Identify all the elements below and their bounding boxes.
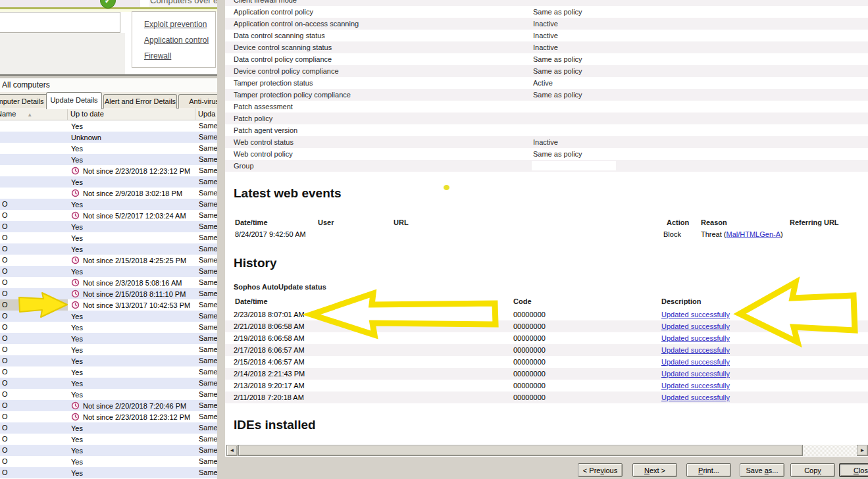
update-result-link[interactable]: Updated successfully [661,382,730,390]
horizontal-scrollbar[interactable]: ◄ ► [226,445,868,456]
dialog-button[interactable]: Next > [632,463,677,477]
details-tab[interactable]: Anti-virus Details [178,94,217,109]
history-row: 2/15/2018 4:06:57 AM 00000000 Updated su… [225,356,868,368]
details-tab[interactable]: Alert and Error Details [103,94,177,109]
cell-updating: Same [195,255,217,266]
up-to-date-value: Yes [71,313,83,320]
table-row[interactable]: Unknown Same [0,132,217,143]
dialog-button[interactable]: Copy [790,463,835,477]
update-result-link[interactable]: Updated successfully [661,393,730,401]
update-result-link[interactable]: Updated successfully [661,370,730,378]
out-of-date-clock-icon [71,301,80,309]
update-result-link[interactable]: Updated successfully [661,334,730,342]
history-code: 00000000 [513,344,546,356]
table-row[interactable]: O Not since 3/13/2017 10:42:53 PM Same [0,299,217,311]
update-result-link[interactable]: Updated successfully [661,358,730,366]
column-header-updating[interactable]: Upda [195,109,217,120]
dialog-button[interactable]: Save as... [740,463,784,477]
table-row[interactable]: O Yes Same [0,422,217,434]
updating-value: Same [199,144,217,152]
update-result-link[interactable]: Updated successfully [661,322,730,330]
table-row[interactable]: O Yes Same [0,266,217,277]
update-result-link[interactable]: Updated successfully [661,346,730,354]
table-row[interactable]: O Yes Same [0,389,217,400]
threat-link[interactable]: Mal/HTMLGen-A [727,230,781,238]
details-tab[interactable]: Computer Details [0,94,49,109]
table-row[interactable]: O Yes Same [0,344,217,355]
table-row[interactable]: O Not since 2/3/2018 5:08:16 AM Same [0,277,217,288]
up-to-date-value: Not since 2/23/2018 12:23:12 PM [83,413,190,421]
table-row[interactable]: O Yes Same [0,243,217,255]
table-row[interactable]: Not since 2/23/2018 12:23:12 PM Same [0,165,217,176]
dashboard-link[interactable]: Firewall [144,51,215,67]
property-label: Client firewall mode [234,0,297,6]
cell-updating: Same [195,232,217,243]
history-row: 2/14/2018 2:21:43 PM 00000000 Updated su… [225,368,868,380]
table-row[interactable]: O Not since 2/15/2018 8:11:10 PM Same [0,288,217,299]
up-to-date-value: Unknown [71,134,101,141]
computer-name: O [2,390,8,398]
table-row[interactable]: Not since 2/9/2018 3:02:18 PM Same [0,188,217,199]
table-row[interactable]: O Not since 2/23/2018 12:23:12 PM Same [0,411,217,422]
dashboard-link[interactable]: Application control [144,36,215,51]
table-row[interactable]: O Yes Same [0,366,217,378]
cell-updating: Same [195,411,217,422]
scroll-right-button[interactable]: ► [857,445,868,456]
dashboard-link[interactable]: Exploit prevention [144,20,215,36]
table-row[interactable]: O Yes Same [0,434,217,445]
history-datetime: 2/21/2018 8:06:58 AM [234,320,305,332]
history-datetime: 2/17/2018 6:06:57 AM [234,344,305,356]
tab-label: Update Details [50,96,97,104]
button-mnemonic: y [817,466,821,474]
table-row[interactable]: O Yes Same [0,355,217,366]
table-row[interactable]: O Not since 2/20/2018 7:20:46 PM Same [0,400,217,411]
table-row[interactable]: O Yes Same [0,445,217,456]
scroll-left-button[interactable]: ◄ [226,445,238,456]
table-row[interactable]: Yes Same [0,154,217,165]
cell-up-to-date: Yes [68,355,195,366]
table-row[interactable]: Yes Same [0,120,217,132]
scrollbar-thumb[interactable] [238,445,803,456]
dialog-button[interactable]: Print... [686,463,731,477]
up-to-date-value: Yes [71,156,83,164]
table-row[interactable]: O Yes Same [0,221,217,232]
cell-updating: Same [195,165,217,176]
computer-name: O [2,424,8,432]
table-row[interactable]: O Not since 2/15/2018 4:25:25 PM Same [0,255,217,266]
updating-value: Same [199,468,217,476]
table-row[interactable]: O Yes Same [0,232,217,243]
column-header-name[interactable]: Name▲ [0,109,68,120]
redacted-value-box [532,161,616,170]
table-row[interactable]: O Yes Same [0,467,217,478]
table-row[interactable]: O Yes Same [0,456,217,467]
column-header-up-to-date[interactable]: Up to date [68,109,195,120]
dialog-button[interactable]: Close [839,463,868,477]
table-row[interactable]: O Yes Same [0,199,217,210]
cell-updating: Same [195,322,217,333]
cell-updating: Same [195,344,217,355]
property-row: Web control policy Same as policy [225,148,868,160]
table-row[interactable]: Yes Same [0,143,217,154]
table-row[interactable]: Yes Same [0,176,217,188]
table-row[interactable]: O Not since 5/2/2017 12:03:24 AM Same [0,210,217,221]
out-of-date-clock-icon [71,413,80,421]
table-row[interactable]: O Yes Same [0,322,217,333]
property-row: Data control scanning status Inactive [225,30,868,41]
updating-value: Same [199,379,217,387]
table-row[interactable]: O Yes Same [0,333,217,344]
updating-value: Same [199,256,217,264]
property-label: Device control policy compliance [234,65,339,77]
button-mnemonic: C [854,466,859,474]
details-tab[interactable]: Update Details [46,92,102,109]
sort-ascending-icon: ▲ [27,112,32,118]
dialog-button[interactable]: < Previous [578,463,623,477]
computer-name: O [2,234,8,241]
table-row[interactable]: O Yes Same [0,378,217,389]
cell-updating: Same [195,143,217,154]
cell-up-to-date: Yes [68,266,195,277]
table-row[interactable]: O Yes Same [0,311,217,322]
cell-updating: Same [195,467,217,478]
history-code: 00000000 [513,332,546,344]
update-result-link[interactable]: Updated successfully [661,311,730,318]
property-value: Same as policy [533,6,582,18]
